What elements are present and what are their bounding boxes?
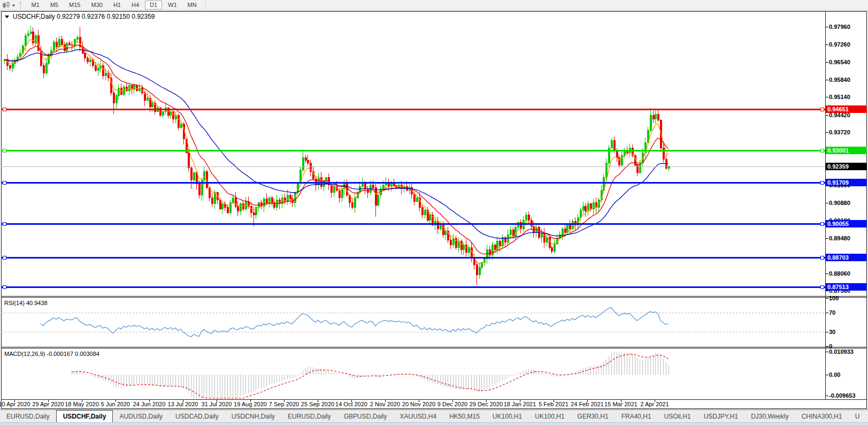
line-handle[interactable]: [820, 181, 824, 185]
line-price-label-text: 0.93001: [827, 147, 849, 154]
chart-tab-USDCHF-Daily[interactable]: USDCHF,Daily: [56, 410, 113, 422]
timeframe-button-W1[interactable]: W1: [163, 1, 182, 10]
line-handle[interactable]: [3, 256, 6, 260]
macd-tick-label: 0.00: [829, 371, 840, 378]
candle-body: [514, 227, 516, 236]
line-handle[interactable]: [820, 108, 824, 111]
candle-body: [89, 59, 91, 62]
candle-body: [116, 95, 117, 103]
chart-tab-CHINA300-H1[interactable]: CHINA300,H1: [795, 410, 849, 422]
chart-tab-UK100-H1[interactable]: UK100,H1: [528, 410, 571, 422]
chart-tab-UK100-H1[interactable]: UK100,H1: [486, 410, 528, 422]
rsi-tick-label: 100: [829, 295, 839, 301]
chart-type-dropdown-caret[interactable]: ▾: [12, 3, 17, 8]
price-tick-label: 0.95140: [829, 94, 850, 100]
timeframe-button-D1[interactable]: D1: [145, 1, 162, 10]
line-handle[interactable]: [820, 286, 824, 289]
candle-body: [494, 245, 496, 250]
macd-label: MACD(12,26,9) -0.000167 0.003084: [4, 351, 99, 357]
chart-title: USDCHF,Daily 0.92279 0.92376 0.92150 0.9…: [13, 13, 155, 20]
line-price-label-text: 0.88703: [827, 254, 849, 261]
rsi-tick-label: 70: [829, 309, 835, 316]
candle-body: [105, 73, 106, 76]
candle-body: [198, 184, 200, 195]
candle-body: [147, 98, 148, 101]
line-handle[interactable]: [3, 223, 6, 226]
candle-body: [214, 193, 216, 204]
candle-body: [621, 155, 623, 165]
candle-body: [102, 66, 104, 76]
candle-body: [499, 241, 501, 246]
candle-body: [193, 173, 195, 180]
chart-tab-HK50-M15[interactable]: HK50,M15: [443, 410, 486, 422]
toolbar-separator: [205, 2, 206, 9]
timeframe-button-M30[interactable]: M30: [87, 1, 107, 10]
chart-tab-USDCAD-Daily[interactable]: USDCAD,Daily: [169, 410, 225, 422]
candle-body: [302, 158, 304, 170]
candle-body: [209, 188, 210, 198]
candle-body: [382, 185, 384, 189]
candle-body: [12, 63, 13, 68]
candle-body: [510, 230, 511, 235]
line-handle[interactable]: [820, 149, 824, 153]
timeframe-button-M15[interactable]: M15: [64, 1, 85, 10]
line-price-label: 0.91709: [826, 179, 867, 186]
line-handle[interactable]: [820, 256, 824, 260]
candle-body: [452, 239, 454, 245]
timeframe-button-M1[interactable]: M1: [27, 1, 44, 10]
candle-body: [68, 43, 70, 44]
candle-body: [25, 36, 26, 46]
candle-body: [113, 93, 114, 103]
tab-scroll-left-icon[interactable]: ◄: [866, 414, 868, 419]
price-tick-label: 0.93720: [829, 129, 850, 135]
candle-body: [476, 265, 478, 275]
chart-tab-GBPUSD-Daily[interactable]: GBPUSD,Daily: [337, 410, 394, 422]
line-handle[interactable]: [3, 181, 6, 185]
candle-body: [528, 215, 529, 220]
candle-body: [331, 185, 332, 193]
date-tick-label: 24 Jun 2020: [133, 401, 166, 407]
candle-body: [221, 204, 223, 209]
chart-tab-GER30-H1[interactable]: GER30,H1: [571, 410, 615, 422]
chart-tab-DJ30-Weekly[interactable]: DJ30,Weekly: [744, 410, 795, 422]
candle-body: [479, 267, 480, 275]
timeframe-button-H1[interactable]: H1: [109, 1, 126, 10]
candle-body: [190, 168, 192, 180]
candle-body: [585, 206, 586, 211]
chart-tab-USDJPY-H1[interactable]: USDJPY,H1: [697, 410, 744, 422]
date-tick-label: 31 Jul 2020: [202, 401, 232, 407]
chart-tab-USOil-H1[interactable]: USOil,H1: [658, 410, 697, 422]
chart-tab-EURUSD-Daily[interactable]: EURUSD,Daily: [281, 410, 337, 422]
timeframe-button-H4[interactable]: H4: [127, 1, 144, 10]
chart-tab-FRA40-H1[interactable]: FRA40,H1: [615, 410, 658, 422]
chart-tab-AUDUSD-Daily[interactable]: AUDUSD,Daily: [113, 410, 169, 422]
line-handle[interactable]: [820, 223, 824, 226]
chart-tab-XAUUSD-H4[interactable]: XAUUSD,H4: [393, 410, 443, 422]
candle-body: [618, 158, 620, 165]
candle-body: [582, 206, 584, 210]
toolbar-grip[interactable]: [20, 2, 24, 9]
date-tick-label: 5 Feb 2021: [539, 401, 569, 407]
date-tick-label: 20 Nov 2020: [402, 401, 435, 407]
candlestick-chart-icon[interactable]: [0, 1, 12, 10]
chart-tab-U[interactable]: U: [849, 410, 866, 422]
candle-body: [66, 43, 67, 51]
chart-tab-USDCNH-Daily[interactable]: USDCNH,Daily: [225, 410, 281, 422]
line-handle[interactable]: [3, 149, 6, 153]
line-handle[interactable]: [3, 286, 6, 289]
timeframe-button-MN[interactable]: MN: [183, 1, 202, 10]
tab-scroll-buttons: ◄►: [866, 410, 868, 422]
date-tick-label: 9 Dec 2020: [437, 401, 467, 407]
candle-body: [655, 114, 656, 119]
candle-body: [372, 185, 374, 188]
line-handle[interactable]: [3, 108, 6, 111]
candle-body: [590, 204, 592, 209]
candle-body: [276, 200, 278, 208]
candle-body: [9, 66, 11, 69]
candle-body: [450, 240, 451, 245]
timeframe-button-M5[interactable]: M5: [45, 1, 63, 10]
candle-body: [541, 234, 542, 238]
chart-tab-EURUSD-Daily[interactable]: EURUSD,Daily: [0, 410, 56, 422]
candle-body: [30, 32, 32, 33]
line-price-label: 0.90055: [826, 220, 867, 227]
